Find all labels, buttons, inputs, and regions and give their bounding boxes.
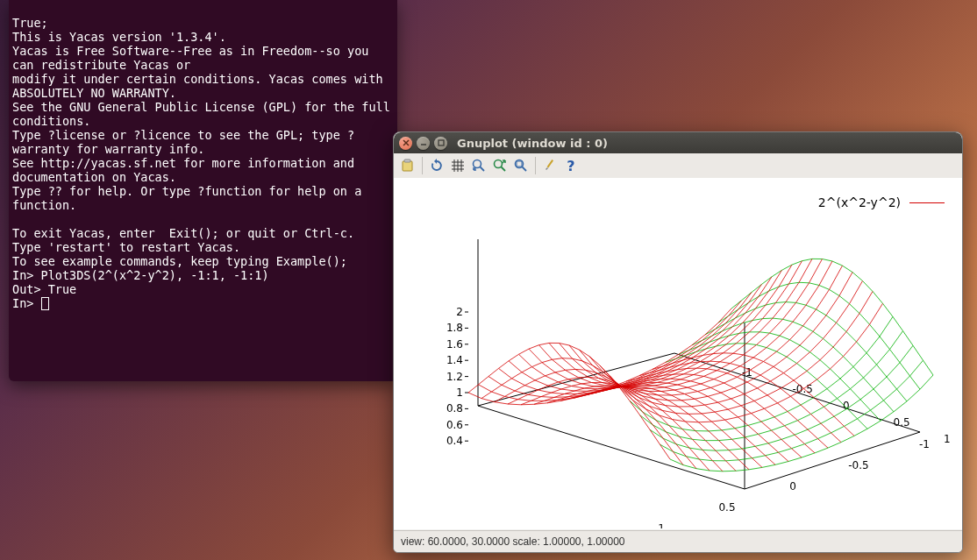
terminal-line: Type ?license or ?licence to see the GPL… [12, 128, 354, 156]
svg-text:0.6: 0.6 [446, 419, 463, 431]
svg-rect-4 [403, 161, 412, 171]
clipboard-icon[interactable] [397, 155, 418, 176]
svg-text:0.8: 0.8 [446, 402, 463, 415]
terminal-line: In> Plot3DS(2^(x^2-y^2), -1:1, -1:1) [12, 268, 269, 282]
svg-text:-1: -1 [742, 366, 752, 379]
svg-text:1: 1 [456, 386, 463, 399]
zoom-next-icon[interactable] [489, 155, 510, 176]
window-titlebar[interactable]: Gnuplot (window id : 0) [394, 132, 962, 153]
gnuplot-window[interactable]: Gnuplot (window id : 0) ? [393, 131, 963, 553]
statusbar-text: view: 60.0000, 30.0000 scale: 1.00000, 1… [401, 535, 625, 548]
svg-text:0.4: 0.4 [446, 435, 463, 447]
autoscale-icon[interactable] [510, 155, 531, 176]
terminal-cursor [41, 297, 49, 310]
window-title: Gnuplot (window id : 0) [457, 137, 608, 150]
help-icon[interactable]: ? [560, 155, 581, 176]
terminal-line: See the GNU General Public License (GPL)… [12, 100, 397, 128]
svg-line-15 [502, 167, 506, 172]
refresh-icon[interactable] [426, 155, 447, 176]
terminal-line: To exit Yacas, enter Exit(); or quit or … [12, 226, 354, 240]
svg-point-14 [495, 160, 503, 168]
svg-text:-1: -1 [919, 438, 930, 450]
gnuplot-statusbar: view: 60.0000, 30.0000 scale: 1.00000, 1… [394, 530, 962, 552]
grid-icon[interactable] [447, 155, 468, 176]
terminal-line: Type 'restart' to restart Yacas. [12, 240, 240, 254]
window-maximize-button[interactable] [434, 137, 447, 150]
svg-line-13 [481, 167, 485, 172]
svg-text:-0.5: -0.5 [848, 459, 868, 471]
svg-rect-18 [517, 161, 522, 167]
legend-label: 2^(x^2-y^2) [818, 195, 901, 209]
terminal-prompt: In> [12, 296, 49, 310]
svg-text:1.4: 1.4 [446, 354, 463, 366]
terminal-line: See http://yacas.sf.net for more informa… [12, 156, 361, 184]
toolbar-separator [535, 157, 536, 174]
config-icon[interactable] [539, 155, 560, 176]
svg-text:1: 1 [944, 433, 951, 445]
terminal-line: This is Yacas version '1.3.4'. [12, 30, 226, 44]
terminal-line: Yacas is Free Software--Free as in Freed… [12, 44, 376, 72]
svg-text:0: 0 [789, 480, 796, 493]
svg-text:1.6: 1.6 [446, 338, 463, 351]
zoom-prev-icon[interactable] [468, 155, 489, 176]
toolbar-separator [422, 157, 423, 174]
svg-point-12 [474, 160, 481, 168]
window-close-button[interactable] [399, 137, 412, 150]
gnuplot-toolbar: ? [394, 153, 962, 179]
svg-rect-3 [439, 140, 444, 145]
yacas-terminal[interactable]: True; This is Yacas version '1.3.4'. Yac… [9, 0, 397, 381]
terminal-line: modify it under certain conditions. Yaca… [12, 72, 390, 100]
svg-text:1.8: 1.8 [446, 322, 463, 334]
svg-line-21 [478, 406, 745, 489]
plot-canvas[interactable]: 0.40.60.811.21.41.61.82 -1-0.500.51 -1-0… [394, 178, 962, 529]
terminal-line: Out> True [12, 282, 76, 296]
svg-line-17 [523, 167, 527, 172]
terminal-line: To see example commands, keep typing Exa… [12, 254, 347, 268]
window-minimize-button[interactable] [417, 137, 430, 150]
svg-text:1.2: 1.2 [446, 371, 463, 383]
legend-swatch [909, 202, 945, 203]
plot-legend: 2^(x^2-y^2) [818, 195, 945, 209]
svg-text:0.5: 0.5 [718, 501, 735, 514]
svg-rect-19 [547, 159, 553, 167]
terminal-line: True; [12, 16, 48, 30]
svg-text:1: 1 [658, 522, 665, 528]
svg-text:2: 2 [456, 306, 463, 318]
svg-text:0.5: 0.5 [894, 416, 910, 429]
terminal-line: Type ?? for help. Or type ?function for … [12, 184, 368, 212]
svg-rect-5 [404, 159, 410, 162]
